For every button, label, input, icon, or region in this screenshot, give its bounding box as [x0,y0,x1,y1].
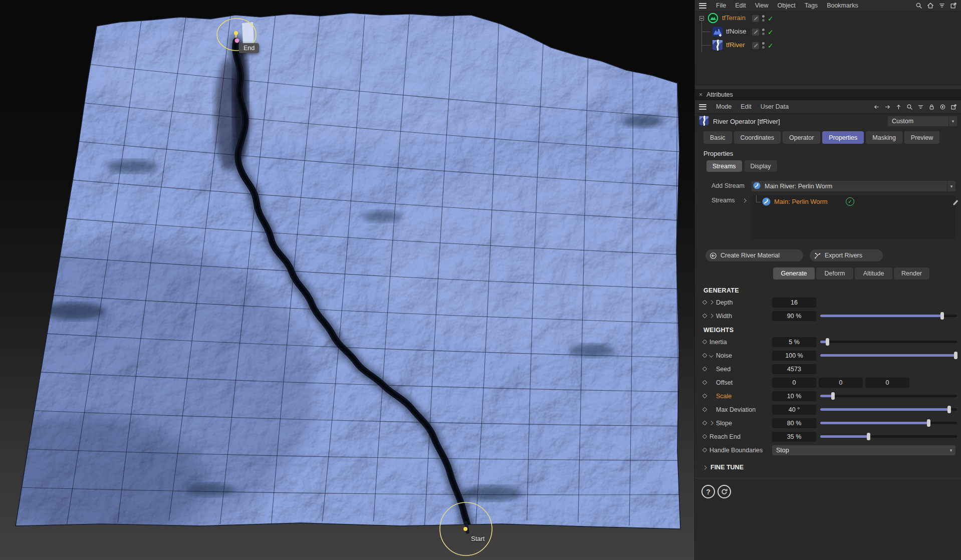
fine-tune-section-header[interactable]: FINE TUNE [695,461,961,474]
slider-handle[interactable] [927,419,930,427]
keyframe-diamond-icon[interactable] [702,421,707,426]
refresh-icon[interactable] [717,485,731,498]
param-value-field[interactable]: 0 [819,378,863,388]
slider-handle[interactable] [826,338,829,346]
menu-item-tags[interactable]: Tags [800,2,822,9]
stream-enabled-check-icon[interactable]: ✓ [846,197,854,206]
keyframe-diamond-icon[interactable] [702,300,707,305]
target-icon[interactable] [939,104,946,110]
hamburger-menu-icon[interactable] [699,104,706,110]
enabled-check-icon[interactable]: ✓ [768,42,774,49]
visibility-dots-icon[interactable] [762,15,765,22]
keyframe-diamond-icon[interactable] [702,448,707,453]
action-tab-altitude[interactable]: Altitude [855,267,892,279]
chevron-down-icon[interactable]: ▾ [947,181,955,191]
param-value-field[interactable]: 35 % [772,432,816,442]
enabled-check-icon[interactable]: ✓ [768,29,774,36]
popout-icon[interactable] [950,104,957,110]
slider-handle[interactable] [831,392,835,400]
param-slider[interactable] [820,354,957,357]
chevron-down-icon[interactable] [709,353,713,357]
slider-handle[interactable] [867,433,870,440]
param-value-field[interactable]: 10 % [772,391,816,401]
edit-toggle-icon[interactable] [752,15,759,22]
attr-menu-item-edit[interactable]: Edit [736,103,756,110]
param-value-field[interactable]: 5 % [772,337,816,347]
create-river-material-button[interactable]: Create River Material [705,249,803,261]
edit-pencil-icon[interactable] [952,199,959,206]
filter-icon[interactable] [917,104,924,110]
param-slider[interactable] [820,408,957,411]
tab-masking[interactable]: Masking [866,131,902,144]
enabled-check-icon[interactable]: ✓ [768,15,774,22]
viewport-3d[interactable]: End Start [0,0,694,560]
param-slider[interactable] [820,435,957,438]
param-slider[interactable] [820,341,957,343]
hamburger-menu-icon[interactable] [699,3,706,9]
preset-dropdown[interactable]: Custom ▾ [888,116,957,126]
param-value-field[interactable]: 100 % [772,351,816,361]
close-icon[interactable]: × [699,91,702,98]
tab-coordinates[interactable]: Coordinates [734,131,781,144]
search-icon[interactable] [915,2,922,9]
keyframe-diamond-icon[interactable] [702,407,707,412]
slider-handle[interactable] [947,406,951,413]
keyframe-diamond-icon[interactable] [702,353,707,358]
back-icon[interactable] [873,104,880,110]
collapse-toggle-icon[interactable] [699,16,704,21]
edit-toggle-icon[interactable] [752,29,759,36]
slider-handle[interactable] [954,352,957,359]
param-value-field[interactable]: 40 ° [772,405,816,415]
popout-icon[interactable] [950,2,957,9]
action-tab-render[interactable]: Render [894,267,929,279]
tab-operator[interactable]: Operator [783,131,820,144]
stream-item-main-perlin-worm[interactable]: Main: Perlin Worm✓ [752,195,955,208]
param-slider[interactable] [820,422,957,424]
menu-item-view[interactable]: View [751,2,773,9]
param-value-field[interactable]: 0 [772,378,816,388]
filter-icon[interactable] [938,2,945,9]
menu-item-edit[interactable]: Edit [731,2,751,9]
keyframe-diamond-icon[interactable] [702,340,707,345]
menu-item-file[interactable]: File [711,2,731,9]
object-row-tfnoise[interactable]: tfNoise✓ [695,25,961,39]
chevron-down-icon[interactable]: ▾ [948,116,957,126]
param-slider[interactable] [820,315,957,317]
help-icon[interactable]: ? [701,485,715,498]
keyframe-diamond-icon[interactable] [702,380,707,385]
visibility-dots-icon[interactable] [762,42,765,49]
object-row-tfriver[interactable]: tfRiver✓ [695,39,961,52]
attr-menu-item-mode[interactable]: Mode [711,103,736,110]
action-tab-deform[interactable]: Deform [816,267,853,279]
slider-handle[interactable] [940,312,944,320]
param-value-field[interactable]: 16 [772,298,816,308]
keyframe-diamond-icon[interactable] [702,367,707,372]
tab-properties[interactable]: Properties [822,131,864,144]
tab-basic[interactable]: Basic [703,131,732,144]
chevron-down-icon[interactable]: ▾ [946,448,955,453]
tab-preview[interactable]: Preview [904,131,939,144]
lock-icon[interactable] [928,104,935,110]
subtab-display[interactable]: Display [745,160,777,172]
param-value-field[interactable]: 90 % [772,311,816,321]
chevron-right-icon[interactable] [709,421,713,425]
param-value-field[interactable]: 80 % [772,418,816,428]
visibility-dots-icon[interactable] [762,29,765,35]
menu-item-bookmarks[interactable]: Bookmarks [822,2,863,9]
menu-item-object[interactable]: Object [773,2,800,9]
add-stream-dropdown[interactable]: Main River: Perlin Worm ▾ [752,181,955,191]
keyframe-diamond-icon[interactable] [702,434,707,439]
export-rivers-button[interactable]: Export Rivers [810,249,883,261]
edit-toggle-icon[interactable] [752,42,759,49]
param-value-field[interactable]: 4573 [772,364,816,374]
up-icon[interactable] [895,104,902,110]
subtab-streams[interactable]: Streams [706,160,742,172]
keyframe-diamond-icon[interactable] [702,314,707,319]
forward-icon[interactable] [884,104,891,110]
chevron-right-icon[interactable] [709,314,713,318]
param-slider[interactable] [820,395,957,397]
attr-menu-item-user-data[interactable]: User Data [756,103,793,110]
edit-pencil-icon[interactable] [952,199,959,208]
chevron-right-icon[interactable] [709,300,713,304]
panel-splitter[interactable] [695,85,961,90]
